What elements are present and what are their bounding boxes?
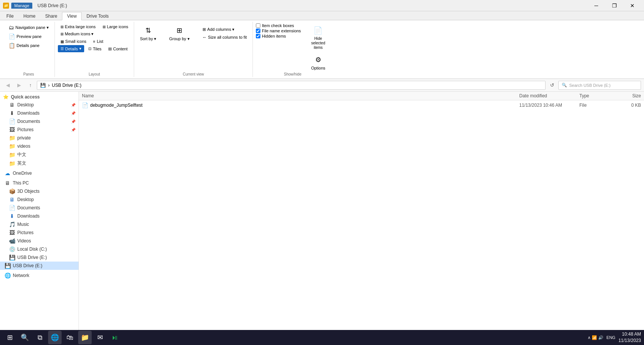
network-label: Network [13, 273, 29, 278]
downloads2-icon: ⬇ [9, 213, 15, 219]
back-button[interactable]: ◀ [3, 80, 13, 90]
sidebar-item-usb-drive[interactable]: 💾 USB Drive (E:) [0, 253, 79, 262]
options-button[interactable]: ⚙ Options [308, 53, 328, 72]
sidebar-item-3d-objects[interactable]: 📦 3D Objects [0, 187, 79, 195]
hidden-items-toggle[interactable]: Hidden items [256, 34, 301, 38]
col-header-date[interactable]: Date modified [516, 92, 576, 100]
store-button[interactable]: 🛍 [63, 331, 77, 344]
hidden-items-input[interactable] [256, 34, 260, 38]
small-icons-button[interactable]: ▦ Small icons [58, 38, 89, 45]
downloads-label: Downloads [17, 110, 39, 116]
sidebar: ⭐ Quick access 🖥 Desktop 📌 ⬇ Downloads 📌… [0, 92, 79, 344]
quick-access-icon: ⭐ [3, 94, 9, 100]
sidebar-item-music[interactable]: 🎵 Music [0, 220, 79, 228]
pictures-icon: 🖼 [9, 127, 15, 133]
title-bar: 📁 Manage USB Drive (E:) ─ ❐ ✕ [0, 0, 644, 11]
sidebar-item-onedrive[interactable]: ☁ OneDrive [0, 169, 79, 177]
col-header-name[interactable]: Name [79, 92, 516, 100]
sidebar-item-documents2[interactable]: 📄 Documents [0, 204, 79, 212]
music-icon: 🎵 [9, 221, 15, 227]
sidebar-item-network[interactable]: 🌐 Network [0, 271, 79, 280]
refresh-button[interactable]: ↺ [547, 80, 557, 90]
tab-drive-tools[interactable]: Drive Tools [82, 12, 113, 20]
sidebar-item-local-disk[interactable]: 💿 Local Disk (C:) [0, 245, 79, 253]
sidebar-item-downloads[interactable]: ⬇ Downloads 📌 [0, 109, 79, 117]
this-pc-label: This PC [13, 180, 29, 186]
table-row[interactable]: 📄 debugmode_JumpSelftest 11/13/2023 10:4… [79, 100, 644, 110]
list-button[interactable]: ≡ List [91, 38, 106, 45]
sidebar-item-desktop[interactable]: 🖥 Desktop 📌 [0, 101, 79, 109]
close-button[interactable]: ✕ [624, 0, 641, 11]
tab-view[interactable]: View [62, 12, 82, 20]
onedrive-icon: ☁ [5, 170, 11, 176]
group-by-button[interactable]: ⊞ Group by ▾ [166, 23, 192, 43]
sidebar-item-documents[interactable]: 📄 Documents 📌 [0, 117, 79, 126]
col-header-type[interactable]: Type [576, 92, 614, 100]
sidebar-item-this-pc[interactable]: 🖥 This PC [0, 179, 79, 187]
sidebar-section-quick-access[interactable]: ⭐ Quick access [0, 93, 79, 101]
minimize-button[interactable]: ─ [588, 0, 605, 11]
file-area: Name Date modified Type Size 📄 debugmode… [79, 92, 644, 344]
maximize-button[interactable]: ❐ [606, 0, 623, 11]
item-check-boxes-input[interactable] [256, 23, 260, 28]
sidebar-item-usb-drive-selected[interactable]: 💾 USB Drive (E:) [0, 262, 79, 270]
ribbon-group-current-view: ⇅ Sort by ▾ ⊞ Group by ▾ ⊞ Add columns ▾… [134, 22, 253, 77]
content-button[interactable]: ▤ Content [106, 45, 130, 52]
taskbar-time[interactable]: 10:48 AM 11/13/2023 [618, 331, 641, 344]
size-all-columns-button[interactable]: ↔ Size all columns to fit [200, 34, 249, 41]
sidebar-item-videos[interactable]: 📁 videos [0, 142, 79, 150]
usb-selected-label: USB Drive (E:) [13, 263, 42, 268]
medium-icons-button[interactable]: ⊞ Medium icons ▾ [58, 30, 97, 38]
tiles-button[interactable]: ⊡ Tiles [86, 45, 104, 52]
details-pane-button[interactable]: 📋 Details pane [6, 41, 42, 50]
pictures-label: Pictures [17, 127, 33, 132]
sidebar-item-english[interactable]: 📁 英文 [0, 159, 79, 168]
tab-share[interactable]: Share [40, 12, 62, 20]
sidebar-item-chinese[interactable]: 📁 中文 [0, 150, 79, 159]
checkboxes: Item check boxes File name extensions Hi… [256, 23, 301, 38]
panes-group-label: Panes [6, 72, 51, 77]
sort-by-button[interactable]: ⇅ Sort by ▾ [137, 23, 159, 43]
add-columns-button[interactable]: ⊞ Add columns ▾ [200, 26, 249, 33]
sidebar-item-private[interactable]: 📁 private [0, 134, 79, 142]
mail-button[interactable]: ✉ [93, 331, 107, 344]
title-manage-tab: Manage [11, 3, 32, 8]
taskbar-lang: ENG [606, 335, 615, 340]
search-bar[interactable]: 🔍 Search USB Drive (E:) [558, 81, 641, 90]
sidebar-item-videos2[interactable]: 📹 Videos [0, 237, 79, 245]
col-header-size[interactable]: Size [614, 92, 644, 100]
file-name-extensions-input[interactable] [256, 29, 260, 33]
preview-pane-button[interactable]: 📄 Preview pane [6, 32, 44, 41]
navigation-bar: ◀ ▶ ↑ 💾 › USB Drive (E:) ↺ 🔍 Search USB … [0, 79, 644, 92]
up-button[interactable]: ↑ [26, 80, 35, 90]
large-icons-button[interactable]: ⊞ Large icons [100, 23, 131, 30]
downloads-icon: ⬇ [9, 110, 15, 116]
desktop2-icon: 🖥 [9, 197, 15, 203]
app-icon: 📁 [3, 3, 9, 9]
file-explorer-button[interactable]: 📁 [78, 331, 92, 344]
details-button[interactable]: ☰ Details ▾ [58, 45, 85, 52]
file-list: 📄 debugmode_JumpSelftest 11/13/2023 10:4… [79, 100, 644, 110]
navigation-pane-button[interactable]: 🗂 Navigation pane ▾ [6, 23, 51, 32]
hide-selected-items-button[interactable]: 📄 Hide selected items [307, 23, 330, 52]
sidebar-item-pictures2[interactable]: 🖼 Pictures [0, 228, 79, 237]
forward-button[interactable]: ▶ [14, 80, 24, 90]
search-taskbar-button[interactable]: 🔍 [18, 331, 32, 344]
desktop-label: Desktop [17, 102, 34, 107]
file-name: debugmode_JumpSelftest [90, 103, 142, 108]
start-button[interactable]: ⊞ [3, 331, 17, 344]
tab-file[interactable]: File [2, 12, 18, 20]
3d-objects-label: 3D Objects [17, 189, 39, 194]
sidebar-item-desktop2[interactable]: 🖥 Desktop [0, 195, 79, 204]
tab-home[interactable]: Home [18, 12, 40, 20]
address-bar[interactable]: 💾 › USB Drive (E:) [37, 81, 546, 90]
edge-button[interactable]: 🌐 [48, 331, 62, 344]
item-check-boxes-toggle[interactable]: Item check boxes [256, 23, 301, 28]
task-view-button[interactable]: ⧉ [33, 331, 47, 344]
extra-large-icons-button[interactable]: ⊞ Extra large icons [58, 23, 98, 30]
spotify-button[interactable]: ⏯ [108, 331, 122, 344]
sidebar-item-pictures[interactable]: 🖼 Pictures 📌 [0, 126, 79, 134]
sidebar-item-downloads2[interactable]: ⬇ Downloads [0, 212, 79, 220]
file-name-extensions-toggle[interactable]: File name extensions [256, 29, 301, 33]
pin-icon-downloads: 📌 [71, 111, 76, 115]
